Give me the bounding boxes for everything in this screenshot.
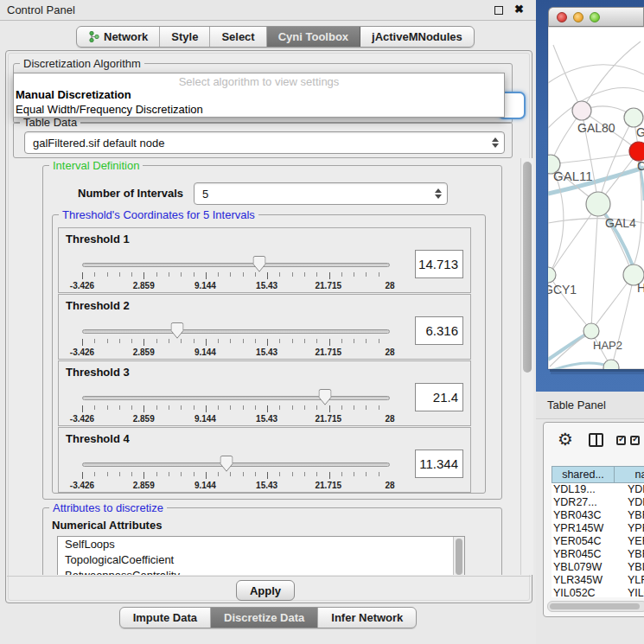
network-node[interactable]: [624, 108, 643, 127]
table-row[interactable]: YBR045CYBR0: [552, 548, 644, 561]
threshold-2-value-field[interactable]: [415, 316, 463, 345]
tab-cyni-toolbox[interactable]: Cyni Toolbox: [267, 27, 360, 47]
combo-stepper-icon: [435, 188, 442, 199]
network-node[interactable]: [572, 101, 591, 120]
table-scrollbar-thumb[interactable]: [550, 603, 640, 609]
network-node[interactable]: [629, 142, 644, 161]
tick-label: 28: [385, 481, 394, 490]
cell: YER0: [628, 535, 644, 547]
table-data-combobox[interactable]: galFiltered.sif default node: [24, 131, 505, 154]
list-item[interactable]: TopologicalCoefficient: [58, 552, 464, 568]
interval-definition-group: Interval Definition Number of Intervals …: [42, 165, 502, 500]
table-panel-body: ⚙ shared... na YDL19...YDL1 YDR27...YDR2…: [536, 419, 644, 644]
table-row[interactable]: YDL19...YDL1: [552, 483, 644, 496]
table-row[interactable]: YPR145WYPR1: [552, 522, 644, 535]
tab-style[interactable]: Style: [160, 27, 210, 47]
close-icon[interactable]: ✖: [514, 3, 524, 16]
top-tab-group: Network Style Select Cyni Toolbox jActiv…: [76, 26, 475, 48]
slider-handle[interactable]: [253, 256, 266, 272]
slider-track[interactable]: [82, 329, 390, 334]
tab-impute-data[interactable]: Impute Data: [120, 608, 211, 628]
float-window-icon[interactable]: [494, 6, 503, 15]
slider-track[interactable]: [82, 396, 390, 400]
table-rows: YDL19...YDL1 YDR27...YDR2 YBR043CYBR0 YP…: [552, 483, 644, 597]
column-header-shared[interactable]: shared...: [552, 466, 615, 483]
network-window-titlebar[interactable]: [548, 7, 644, 27]
number-of-intervals-combobox[interactable]: 5: [194, 182, 448, 205]
tick-label: 9.144: [194, 414, 216, 424]
threshold-2-label: Threshold 2: [66, 299, 130, 312]
slider-major-ticks: [82, 272, 391, 279]
cell: YBL0: [628, 561, 644, 573]
number-of-intervals-value: 5: [202, 188, 208, 201]
list-item[interactable]: BetweennessCentrality: [58, 568, 464, 575]
table-row[interactable]: YBL079WYBL0: [552, 561, 644, 574]
window-minimize-traffic-light[interactable]: [573, 12, 583, 22]
slider-handle[interactable]: [220, 456, 233, 472]
node-label: GAL4: [605, 216, 636, 230]
column-header-name[interactable]: na: [615, 466, 644, 483]
threshold-4-slider[interactable]: -3.426 2.859 9.144 15.43 21.715 28: [82, 457, 390, 492]
window-zoom-traffic-light[interactable]: [590, 12, 600, 22]
threshold-3-value-field[interactable]: [415, 383, 463, 411]
tab-network[interactable]: Network: [77, 27, 160, 47]
tick-label: 21.715: [316, 281, 342, 290]
tick-label: 21.715: [316, 414, 342, 424]
tick-label: 9.144: [194, 281, 216, 290]
tab-select[interactable]: Select: [210, 27, 266, 47]
table-row[interactable]: YER054CYER0: [552, 535, 644, 548]
algorithm-option-manual[interactable]: Manual Discretization: [16, 88, 131, 101]
table-row[interactable]: YDR27...YDR2: [552, 496, 644, 509]
network-node[interactable]: [586, 192, 610, 216]
network-node[interactable]: [583, 323, 599, 339]
tick-label: 21.715: [316, 481, 342, 490]
tab-discretize-data[interactable]: Discretize Data: [211, 608, 318, 628]
slider-track[interactable]: [82, 462, 390, 467]
cell: YDR2: [628, 496, 644, 508]
main-scrollbar[interactable]: [520, 158, 533, 575]
tab-jactivemnodules[interactable]: jActiveMNodules: [360, 27, 474, 47]
table-row[interactable]: YBR043CYBR0: [552, 509, 644, 522]
top-tab-row: Network Style Select Cyni Toolbox jActiv…: [0, 22, 536, 50]
columns-icon[interactable]: [589, 433, 603, 447]
main-scrollbar-thumb[interactable]: [523, 162, 532, 373]
list-scrollbar-thumb[interactable]: [456, 539, 462, 575]
node-label: G: [636, 125, 644, 139]
slider-handle[interactable]: [171, 322, 184, 339]
table-row[interactable]: YLR345WYLR3: [552, 574, 644, 587]
apply-button[interactable]: Apply: [236, 580, 295, 601]
table-data-title: Table Data: [20, 116, 80, 129]
network-node[interactable]: [540, 267, 556, 283]
network-view[interactable]: GAL80GCGAL11GAL4GCY1HHAP2: [536, 0, 644, 391]
slider-track[interactable]: [82, 263, 390, 267]
tick-label: 2.859: [133, 281, 155, 290]
control-panel: Control Panel ✖ Network Style Select: [0, 0, 536, 644]
panel-title: Control Panel: [7, 3, 75, 16]
algorithm-option-equal-width[interactable]: Equal Width/Frequency Discretization: [16, 103, 203, 116]
bottom-tab-row: Impute Data Discretize Data Infer Networ…: [0, 607, 536, 629]
tab-infer-network[interactable]: Infer Network: [318, 608, 416, 628]
tab-select-label: Select: [221, 30, 254, 43]
checkbox-icon[interactable]: [616, 436, 626, 445]
table-row[interactable]: YIL052CYIL0: [552, 587, 644, 597]
tick-label: 15.43: [256, 348, 277, 357]
gear-icon[interactable]: ⚙: [558, 429, 573, 450]
checkbox-icon[interactable]: [630, 436, 640, 445]
algorithm-placeholder-option[interactable]: Select algorithm to view settings: [14, 75, 504, 88]
network-icon: [88, 31, 99, 42]
bottom-tab-group: Impute Data Discretize Data Infer Networ…: [119, 607, 418, 628]
threshold-1-slider[interactable]: -3.426 2.859 9.144 15.43 21.715 28: [82, 258, 390, 292]
slider-handle[interactable]: [319, 389, 332, 405]
numerical-attributes-list[interactable]: SelfLoops TopologicalCoefficient Between…: [57, 536, 465, 575]
list-scrollbar[interactable]: [453, 537, 464, 575]
threshold-1-value-field[interactable]: [415, 250, 463, 278]
attributes-group: Attributes to discretize Numerical Attri…: [42, 507, 502, 575]
threshold-3-slider[interactable]: -3.426 2.859 9.144 15.43 21.715 28: [82, 391, 390, 425]
threshold-4-value-field[interactable]: [415, 450, 463, 478]
table-horizontal-scrollbar[interactable]: [547, 601, 644, 612]
threshold-2-slider[interactable]: -3.426 2.859 9.144 15.43 21.715 28: [82, 324, 390, 359]
window-close-traffic-light[interactable]: [557, 12, 567, 22]
attributes-group-title: Attributes to discretize: [49, 501, 167, 514]
list-item[interactable]: SelfLoops: [58, 537, 464, 552]
table-header-row: shared... na: [552, 466, 644, 483]
